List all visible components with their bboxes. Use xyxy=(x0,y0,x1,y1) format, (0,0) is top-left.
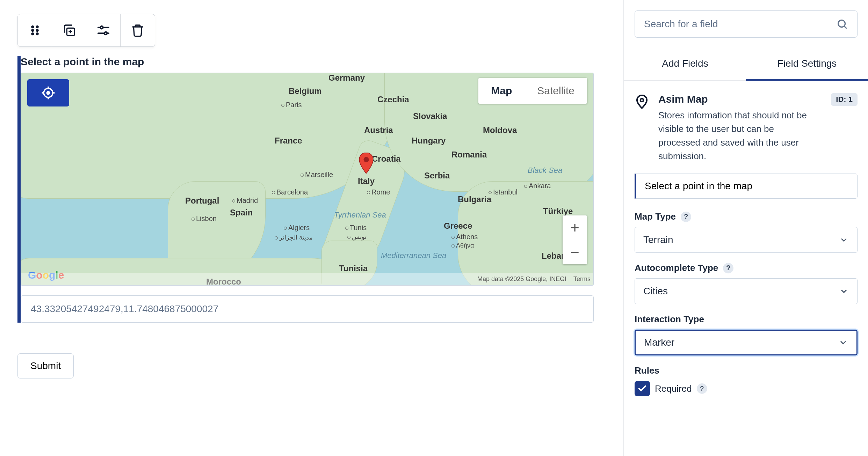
map-city-label: Athens xyxy=(451,233,478,241)
field-label-input[interactable] xyxy=(645,181,849,192)
locate-me-button[interactable] xyxy=(27,79,69,106)
svg-point-2 xyxy=(31,30,33,31)
map-country-label: Greece xyxy=(444,221,472,231)
zoom-control: + − xyxy=(563,215,587,264)
chevron-down-icon xyxy=(839,235,849,245)
delete-button[interactable] xyxy=(121,14,155,46)
svg-point-3 xyxy=(36,30,38,31)
map-country-label: Tunisia xyxy=(339,264,368,273)
autocomplete-type-value: Cities xyxy=(643,286,668,297)
map-country-label: France xyxy=(275,136,302,146)
field-toolbar xyxy=(17,14,155,47)
duplicate-icon xyxy=(62,23,76,37)
field-label-input-wrap[interactable] xyxy=(635,174,858,199)
map-country-label: Portugal xyxy=(185,196,219,206)
autocomplete-type-select[interactable]: Cities xyxy=(635,278,858,304)
map-credits: Map data ©2025 Google, INEGI Terms xyxy=(21,273,593,285)
svg-point-0 xyxy=(31,26,33,28)
map-city-label: Istanbul xyxy=(489,188,518,196)
map-attribution: Map data ©2025 Google, INEGI xyxy=(477,275,566,282)
field-label: Select a point in the map xyxy=(21,56,606,68)
svg-point-10 xyxy=(104,32,107,35)
map-sea-label: Mediterranean Sea xyxy=(381,251,446,260)
zoom-out-button[interactable]: − xyxy=(563,240,587,264)
interaction-type-select[interactable]: Marker xyxy=(635,330,858,355)
map-sea-label: Black Sea xyxy=(528,166,562,175)
map-city-native: تونس xyxy=(347,233,367,241)
map-city-label: Marseille xyxy=(301,171,333,179)
svg-point-5 xyxy=(36,33,38,35)
svg-point-1 xyxy=(36,26,38,28)
drag-handle-icon xyxy=(28,23,42,37)
check-icon xyxy=(637,384,647,394)
map-city-label: Lisbon xyxy=(191,215,217,223)
svg-line-19 xyxy=(844,26,847,29)
map-field-block: Select a point in the map Germany Belgiu… xyxy=(17,56,606,323)
map-terms-link[interactable]: Terms xyxy=(573,275,591,282)
help-icon[interactable]: ? xyxy=(681,212,691,222)
field-description: Stores information that should not be vi… xyxy=(658,109,812,163)
help-icon[interactable]: ? xyxy=(723,263,733,273)
crosshair-icon xyxy=(41,85,56,101)
map-canvas[interactable]: Germany Belgium Paris Czechia Slovakia A… xyxy=(21,73,594,286)
help-icon[interactable]: ? xyxy=(697,383,707,394)
interaction-type-value: Marker xyxy=(644,337,674,348)
satellite-view-tab[interactable]: Satellite xyxy=(525,78,587,104)
map-city-label: Rome xyxy=(367,188,390,196)
map-country-label: Croatia xyxy=(372,154,401,164)
tab-add-fields[interactable]: Add Fields xyxy=(624,48,746,80)
interaction-type-label: Interaction Type xyxy=(635,314,858,325)
map-country-label: Austria xyxy=(364,125,393,135)
field-name: Asim Map xyxy=(658,93,812,105)
map-country-label: Lebar xyxy=(542,251,564,261)
sliders-icon xyxy=(96,23,110,37)
map-type-label: Map Type ? xyxy=(635,211,858,222)
map-country-label: Romania xyxy=(451,150,487,160)
map-marker-icon[interactable] xyxy=(359,153,373,172)
svg-point-20 xyxy=(641,98,644,102)
map-country-label: Serbia xyxy=(424,171,450,181)
trash-icon xyxy=(131,23,145,37)
map-country-label: Moldova xyxy=(483,125,517,135)
rules-label: Rules xyxy=(635,365,858,376)
map-country-label: Czechia xyxy=(377,95,409,104)
sidebar-tabs: Add Fields Field Settings xyxy=(624,48,868,81)
svg-point-4 xyxy=(31,33,33,35)
autocomplete-type-label: Autocomplete Type ? xyxy=(635,263,858,273)
map-country-label: Belgium xyxy=(289,86,322,96)
zoom-in-button[interactable]: + xyxy=(563,215,587,240)
map-country-label: Türkiye xyxy=(543,206,573,216)
map-view-tab[interactable]: Map xyxy=(478,78,525,104)
svg-point-13 xyxy=(47,91,49,94)
map-sea-label: Tyrrhenian Sea xyxy=(334,211,386,220)
duplicate-button[interactable] xyxy=(52,14,86,46)
field-info: Asim Map Stores information that should … xyxy=(624,81,868,170)
map-city-label: Barcelona xyxy=(272,188,308,196)
required-label: Required xyxy=(655,383,692,394)
sidebar: Add Fields Field Settings Asim Map Store… xyxy=(623,0,868,456)
field-search[interactable] xyxy=(635,10,858,38)
coordinates-input[interactable] xyxy=(21,295,594,323)
field-search-input[interactable] xyxy=(644,19,836,30)
required-checkbox[interactable] xyxy=(635,381,650,396)
submit-button[interactable]: Submit xyxy=(17,353,74,378)
map-city-label: Algiers xyxy=(284,224,310,232)
search-icon xyxy=(836,18,848,30)
drag-handle-button[interactable] xyxy=(18,14,52,46)
map-city-label: Ankara xyxy=(524,182,551,190)
map-type-select[interactable]: Terrain xyxy=(635,227,858,253)
map-country-label: Bulgaria xyxy=(458,194,491,204)
map-country-label: Slovakia xyxy=(413,111,447,121)
map-type-switcher: Map Satellite xyxy=(478,78,587,104)
adjust-button[interactable] xyxy=(86,14,121,46)
svg-point-9 xyxy=(100,26,103,29)
map-city-label: Paris xyxy=(281,101,302,109)
map-city-label: Tunis xyxy=(345,224,367,232)
map-city-native: مدينة الجزائر xyxy=(275,234,313,241)
field-id-badge: ID: 1 xyxy=(831,93,858,106)
map-country-label: Germany xyxy=(328,73,365,83)
tab-field-settings[interactable]: Field Settings xyxy=(746,48,868,81)
map-type-value: Terrain xyxy=(643,234,673,245)
map-city-label: Madrid xyxy=(232,197,258,205)
map-city-native: Αθήνα xyxy=(451,242,474,249)
